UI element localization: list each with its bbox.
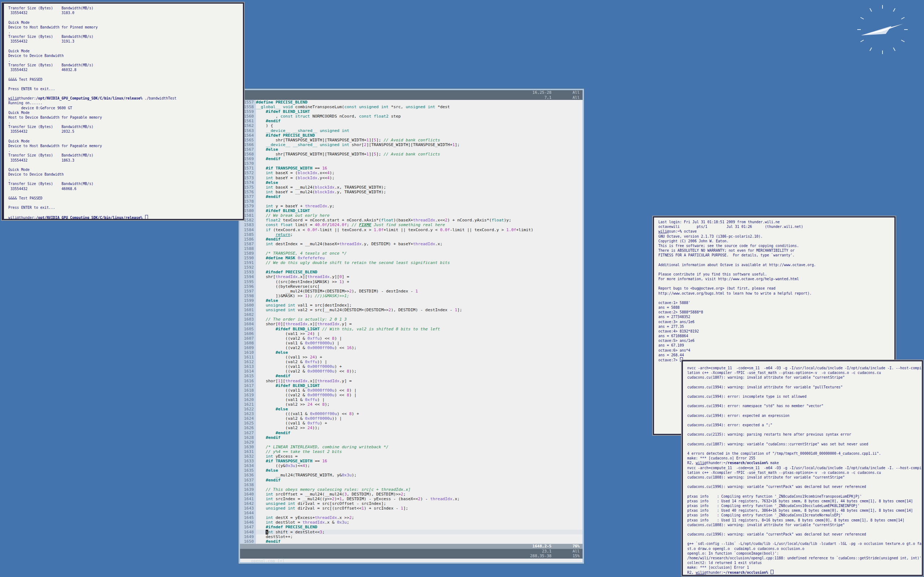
code-line: 1609 ((val2 & 0x0000ff00u) << 16); [240,345,583,350]
terminal-line: Report bugs to <bug@octave.org> (but fir… [658,286,893,291]
terminal-line [8,200,241,205]
terminal-line: octave:6> ans*4 [658,348,893,353]
vim-statusbar-dims-h: dims.h 16,25-28 All [240,90,583,95]
code-line: 1586 #endif [240,237,583,242]
code-line: 1589 /* TRANSPOSE, 4 texels at once */ [240,251,583,256]
clock-icon[interactable] [848,3,917,56]
code-line: 1639 // This obeys memory coalescing rul… [240,487,583,492]
line-number: 1626 [240,425,256,430]
code-line: 1633 #if TRANSPOSE_WIDTH == 16 [240,459,583,463]
terminal-line [658,281,893,286]
terminal-line: 33554432 2032.5 [8,129,241,134]
vim-command-line[interactable] [240,559,583,564]
terminal-line: Additional information about Octave is a… [658,263,893,267]
terminal-line: ans = 268.44 [658,353,893,357]
code-line: 1594 shr[threadIdx.x][threadIdx.y][0] = [240,274,583,279]
terminal-line: wili@sun:~% octave [658,229,893,234]
terminal-line [658,296,893,300]
terminal-line: Quick Mode [8,167,241,172]
code-line: 1582 float2 texCoord = nCoord.start + nC… [240,218,583,222]
line-number: 1600 [240,303,256,308]
terminal-line: Transfer Size (Bytes) Bandwidth(MB/s) [8,153,241,158]
terminal-line: 33554432 3191.3 [8,39,241,44]
terminal-line: cudacons.cu(1994): error: expected an ex… [687,413,921,418]
code-line: 1566 __device__ __shared__ unsigned int … [240,142,583,147]
code-line: 1642 unsigned int dir1val = src[srcOffse… [240,501,583,506]
terminal-line: Quick Mode [8,139,241,143]
statusbar-position: 16,25-28 [532,90,551,95]
terminal-line: collect2: ld returned 1 exit status [687,561,921,565]
terminal-line: . [8,29,241,34]
code-line: 1649 destSlot++; [240,534,583,539]
statusbar-position: 23,1 [542,549,552,554]
code-line: 1564 #ifdef PRECISE_BLEND [240,133,583,138]
vim-code-area[interactable]: 1557#define PRECISE_BLEND1558__global__ … [240,100,583,544]
code-line: 1576 int baseY = __mul24(blockIdx.y, TRA… [240,190,583,194]
terminal-line: wili@thunder:/opt/NVIDIA_GPU_Computing_S… [8,215,241,219]
code-line: 1640 int srcOffset = __mul24(__mul24(3, … [240,492,583,496]
terminal-line: Running on...... [8,101,241,105]
line-number: 1650 [240,539,256,544]
terminal-line: Device to Host Bandwidth for Pageable me… [8,143,241,148]
line-number: 1627 [240,430,256,435]
line-number: 1607 [240,336,256,341]
terminal-line [658,267,893,272]
line-number: 1634 [240,463,256,468]
terminal-line: Device to Device Bandwidth [8,53,241,58]
terminal-line [8,163,241,167]
line-number: 1596 [240,284,256,289]
code-line: 1626 (val2 >> 24)); [240,425,583,430]
terminal-line: ans = 277.35 [658,324,893,329]
code-line: 1643 unsigned int dir2val = src[(srcOffs… [240,506,583,511]
code-line: 1611 ((val1 >> 24) + [240,355,583,359]
code-line: 1597 __mul24(DESTDIM+(DESTDIM>>2), DESTD… [240,289,583,293]
code-line: 1625 ((val1 & 0xffu) + [240,421,583,425]
terminal-line [687,427,921,432]
code-line: 1641 int srcIndex = __mul24((y>>2)+1, DE… [240,496,583,501]
line-number: 1622 [240,407,256,411]
line-number: 1632 [240,454,256,459]
code-line: 1573 int baseY = (blockIdx.y<<4); [240,176,583,180]
terminal-line: This is free software; see the source co… [658,243,893,248]
line-number: 1640 [240,492,256,496]
terminal-line: ptxas info : Compiling entry function '_… [687,494,921,499]
terminal-line [687,527,921,532]
code-line: 1571 #if TRANSPOSE_WIDTH == 16 [240,166,583,171]
terminal-line: Transfer Size (Bytes) Bandwidth(MB/s) [8,181,241,186]
terminal-output: Transfer Size (Bytes) Bandwidth(MB/s) 33… [4,3,243,219]
terminal-line: Copyright (C) 2006 John W. Eaton. [658,239,893,243]
terminal-line: cudacons.cu(1994): warning: invalid attr… [687,385,921,390]
line-number: 1584 [240,227,256,232]
terminal-line: . [8,177,241,181]
terminal-line: cudacons.cu(1994): error: incomplete typ… [687,394,921,399]
line-number: 1612 [240,359,256,364]
terminal-line: /home/wili/research/occlusion/opengl.cpp… [687,556,921,561]
terminal-line: ans = 67.109 [658,343,893,348]
terminal-line: cudacons.cu(1994): error: expected a ";" [687,423,921,427]
terminal-line: lation c++ -Xcompiler -fPIC -use_fast_ma… [687,470,921,475]
code-line: 1622 #else [240,407,583,411]
terminal-line: Device to Host Bandwidth for Pinned memo… [8,25,241,29]
terminal-line: &&&& Test PASSED [8,196,241,200]
terminal-line: Transfer Size (Bytes) Bandwidth(MB/s) [8,124,241,129]
terminal-line: 33554432 3183.0 [8,10,241,15]
vim-window[interactable]: dims.h 16,25-28 All ogl_cuda_iop.h [+] 7… [239,89,584,564]
terminal-cursor [771,570,774,574]
build-terminal[interactable]: nvcc -arch=compute_11 -code=sm_11 -m64 -… [682,360,923,576]
terminal-line [8,210,241,214]
terminal-line: 33554432 46068.6 [8,187,241,191]
line-number: 1613 [240,364,256,369]
terminal-line: cudacons.cu(1996): warning: variable "cu… [687,532,921,537]
code-line: 1630 /* LINEAR INTERLEAVED, combine duri… [240,445,583,449]
line-number: 1604 [240,322,256,326]
line-number: 1637 [240,478,256,482]
line-number: 1614 [240,369,256,374]
code-line: 1580 #ifdef BLEND_LIGHT [240,208,583,213]
code-line: 1627 #endif [240,430,583,435]
line-number: 1645 [240,515,256,520]
line-number: 1638 [240,482,256,487]
bandwidth-test-terminal[interactable]: Transfer Size (Bytes) Bandwidth(MB/s) 33… [2,3,244,220]
code-line: 1595 ((src[destIndex]&MASK) >> 1) + [240,279,583,284]
line-number: 1641 [240,496,256,501]
terminal-line: Device to Device Bandwidth [8,172,241,177]
